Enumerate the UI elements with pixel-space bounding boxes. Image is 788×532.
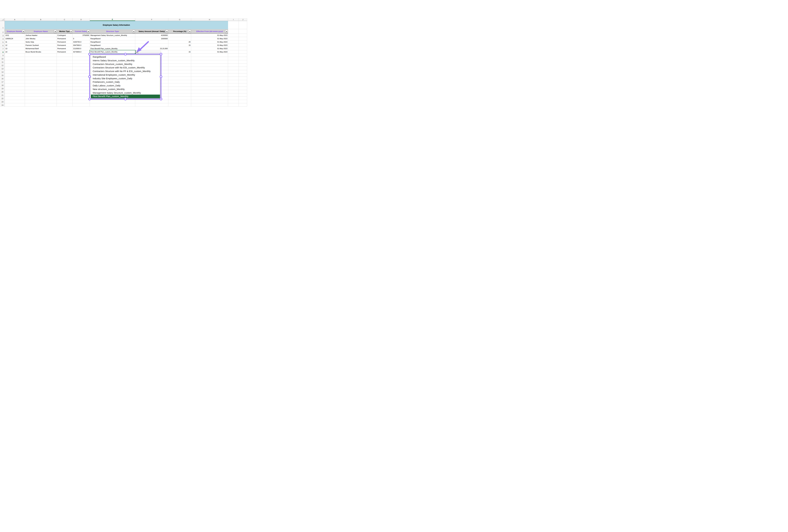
cell-C9[interactable] (57, 54, 73, 57)
row-header-19[interactable]: 19 (0, 87, 5, 90)
cell-H10[interactable] (191, 57, 228, 60)
cell-D10[interactable] (73, 57, 90, 60)
cell-C18[interactable] (57, 83, 73, 87)
cell-I21[interactable] (228, 93, 239, 97)
cell-A4[interactable]: 10909124 (5, 37, 25, 40)
column-header-I[interactable]: I (228, 18, 239, 21)
annotation-handle[interactable] (88, 98, 91, 100)
cell-B3[interactable]: Joshua Hawker (25, 34, 57, 37)
cell-B12[interactable] (25, 63, 57, 67)
cell-J5[interactable] (239, 40, 247, 44)
cell-I7[interactable] (228, 47, 239, 50)
cell-A24[interactable] (5, 103, 25, 106)
header-cell-G[interactable]: Percentage (%) (168, 29, 191, 34)
row-header-22[interactable]: 22 (0, 97, 5, 100)
cell-J21[interactable] (239, 93, 247, 97)
cell-A20[interactable] (5, 90, 25, 93)
row-header-21[interactable]: 21 (0, 93, 5, 97)
cell-D11[interactable] (73, 60, 90, 63)
filter-button-H[interactable] (225, 30, 228, 33)
cell-A6[interactable]: 12 (5, 44, 25, 47)
annotation-handle[interactable] (160, 75, 162, 78)
cell-I9[interactable] (228, 54, 239, 57)
cell-C17[interactable] (57, 80, 73, 83)
cell-E6[interactable]: RangeBased (90, 44, 135, 47)
cell-C21[interactable] (57, 93, 73, 97)
cell-G15[interactable] (168, 74, 191, 77)
cell-B16[interactable] (25, 77, 57, 80)
row-header-17[interactable]: 17 (0, 80, 5, 83)
cell-A14[interactable] (5, 70, 25, 74)
cell-D5[interactable]: 3165750.0 (73, 40, 90, 44)
cell-I15[interactable] (228, 74, 239, 77)
column-header-E[interactable]: E (90, 18, 135, 21)
filter-button-D[interactable] (87, 30, 90, 33)
cell-H17[interactable] (191, 80, 228, 83)
annotation-handle[interactable] (88, 75, 91, 78)
row-header-13[interactable]: 13 (0, 67, 5, 70)
cell-B14[interactable] (25, 70, 57, 74)
cell-J1[interactable] (239, 21, 247, 29)
cell-J18[interactable] (239, 83, 247, 87)
cell-J12[interactable] (239, 63, 247, 67)
cell-C12[interactable] (57, 63, 73, 67)
cell-D14[interactable] (73, 70, 90, 74)
cell-G7[interactable] (168, 47, 191, 50)
cell-J19[interactable] (239, 87, 247, 90)
title-cell[interactable]: Employee Salary Information (5, 21, 228, 29)
cell-I5[interactable] (228, 40, 239, 44)
cell-I13[interactable] (228, 67, 239, 70)
cell-G3[interactable] (168, 34, 191, 37)
annotation-handle[interactable] (160, 53, 162, 56)
cell-D3[interactable]: 3750000 (73, 34, 90, 37)
cell-H4[interactable]: 01-May-2023 (191, 37, 228, 40)
cell-E23[interactable] (90, 100, 135, 103)
cell-J3[interactable] (239, 34, 247, 37)
header-cell-B[interactable]: Employee Name (25, 29, 57, 34)
cell-F3[interactable]: 4100000 (135, 34, 168, 37)
cell-J22[interactable] (239, 97, 247, 100)
cell-B5[interactable]: Seetu Srija (25, 40, 57, 44)
cell-A19[interactable] (5, 87, 25, 90)
row-header-4[interactable]: 4 (0, 37, 5, 40)
cell-A9[interactable] (5, 54, 25, 57)
cell-B23[interactable] (25, 100, 57, 103)
cell-G22[interactable] (168, 97, 191, 100)
cell-C13[interactable] (57, 67, 73, 70)
cell-D23[interactable] (73, 100, 90, 103)
cell-H13[interactable] (191, 67, 228, 70)
cell-F7[interactable]: 23,15,000 (135, 47, 168, 50)
cell-C8[interactable]: Permanent (57, 50, 73, 54)
cell-F5[interactable] (135, 40, 168, 44)
cell-G17[interactable] (168, 80, 191, 83)
column-header-B[interactable]: B (25, 18, 57, 21)
header-cell-E[interactable]: Structure Type (90, 29, 135, 34)
cell-I3[interactable] (228, 34, 239, 37)
filter-button-E[interactable] (132, 30, 135, 33)
column-header-D[interactable]: D (73, 18, 90, 21)
header-cell-H[interactable]: Effective From (dd-mmm-yyyy) (191, 29, 228, 34)
cell-B4[interactable]: John Wesley (25, 37, 57, 40)
column-header-A[interactable]: A (5, 18, 25, 21)
cell-H21[interactable] (191, 93, 228, 97)
cell-C15[interactable] (57, 74, 73, 77)
cell-J17[interactable] (239, 80, 247, 83)
cell-J23[interactable] (239, 100, 247, 103)
cell-C19[interactable] (57, 87, 73, 90)
row-header-12[interactable]: 12 (0, 63, 5, 67)
cell-I14[interactable] (228, 70, 239, 74)
column-header-F[interactable]: F (135, 18, 168, 21)
cell-J15[interactable] (239, 74, 247, 77)
cell-C11[interactable] (57, 60, 73, 63)
filter-button-C[interactable] (70, 30, 72, 33)
cell-H15[interactable] (191, 74, 228, 77)
cell-C10[interactable] (57, 57, 73, 60)
row-header-10[interactable]: 10 (0, 57, 5, 60)
cell-F6[interactable] (135, 44, 168, 47)
header-cell-A[interactable]: Employee Number (5, 29, 25, 34)
cell-H5[interactable]: 01-May-2023 (191, 40, 228, 44)
cell-C4[interactable]: Permanent (57, 37, 73, 40)
cell-D12[interactable] (73, 63, 90, 67)
cell-C16[interactable] (57, 77, 73, 80)
cell-C6[interactable]: Permanent (57, 44, 73, 47)
